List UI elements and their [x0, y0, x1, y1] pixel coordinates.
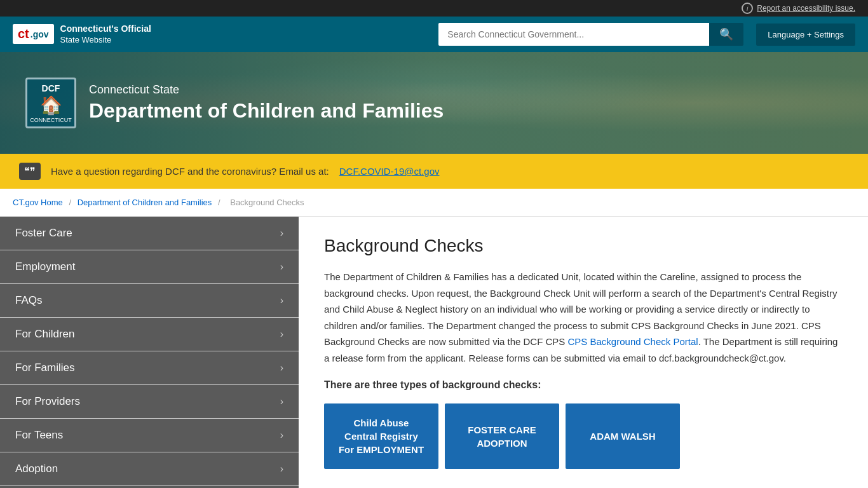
sidebar-label-for-teens: For Teens — [15, 429, 63, 442]
sidebar-label-for-children: For Children — [15, 328, 75, 341]
hero-state-name: Connecticut State — [89, 83, 444, 97]
chevron-right-icon-adoption: › — [280, 463, 283, 475]
dcf-state: CONNECTICUT — [30, 117, 72, 123]
sidebar-item-adoption[interactable]: Adoption › — [0, 452, 299, 486]
dot-gov-text: .gov — [31, 29, 49, 39]
sidebar: Foster Care › Employment › FAQs › For Ch… — [0, 217, 299, 488]
language-settings-button[interactable]: Language + Settings — [756, 24, 855, 46]
main-layout: Foster Care › Employment › FAQs › For Ch… — [0, 217, 868, 488]
three-types-heading: There are three types of background chec… — [324, 376, 843, 393]
hero-title-block: Connecticut State Department of Children… — [89, 83, 444, 123]
accessibility-icon: i — [742, 3, 753, 14]
intro-paragraph: The Department of Children & Families ha… — [324, 269, 843, 366]
card-child-abuse-registry[interactable]: Child Abuse Central Registry For EMPLOYM… — [324, 403, 438, 469]
breadcrumb-current: Background Checks — [230, 198, 304, 207]
card-adam-walsh[interactable]: ADAM WALSH — [566, 403, 680, 469]
sidebar-label-for-families: For Families — [15, 362, 75, 374]
sidebar-item-employment[interactable]: Employment › — [0, 250, 299, 284]
main-content: Background Checks The Department of Chil… — [299, 217, 868, 488]
sidebar-label-faqs: FAQs — [15, 294, 43, 307]
chevron-right-icon-for-children: › — [280, 329, 283, 340]
breadcrumb-dept[interactable]: Department of Children and Families — [78, 198, 212, 207]
breadcrumb-home[interactable]: CT.gov Home — [13, 198, 63, 207]
breadcrumb: CT.gov Home / Department of Children and… — [0, 189, 868, 217]
chevron-right-icon-for-families: › — [280, 362, 283, 374]
chevron-right-icon-foster-care: › — [280, 227, 283, 239]
alert-message: Have a question regarding DCF and the co… — [51, 166, 329, 177]
alert-email-link[interactable]: DCF.COVID-19@ct.gov — [339, 166, 440, 177]
chevron-right-icon-employment: › — [280, 261, 283, 273]
sidebar-item-for-providers[interactable]: For Providers › — [0, 385, 299, 419]
sidebar-item-for-families[interactable]: For Families › — [0, 351, 299, 385]
sidebar-item-faqs[interactable]: FAQs › — [0, 284, 299, 318]
logo-tagline: Connecticut's Official State Website — [60, 23, 151, 45]
house-icon: 🏠 — [40, 95, 62, 116]
chevron-right-icon-for-teens: › — [280, 430, 283, 441]
cps-portal-link[interactable]: CPS Background Check Portal — [568, 336, 698, 347]
top-bar: i Report an accessibility issue. — [0, 0, 868, 17]
sidebar-label-for-providers: For Providers — [15, 395, 80, 408]
sidebar-label-adoption: Adoption — [15, 463, 58, 475]
ct-logo-box: ct.gov — [13, 24, 54, 44]
background-check-cards: Child Abuse Central Registry For EMPLOYM… — [324, 403, 843, 469]
search-button[interactable]: 🔍 — [709, 23, 743, 46]
breadcrumb-separator-2: / — [218, 198, 220, 207]
dcf-logo: DCF 🏠 CONNECTICUT — [25, 78, 76, 128]
sidebar-item-for-children[interactable]: For Children › — [0, 318, 299, 351]
chevron-right-icon-for-providers: › — [280, 396, 283, 407]
sidebar-item-foster-care[interactable]: Foster Care › — [0, 217, 299, 250]
alert-banner: ❝❞ Have a question regarding DCF and the… — [0, 154, 868, 189]
sidebar-label-foster-care: Foster Care — [15, 227, 72, 240]
hero-content: DCF 🏠 CONNECTICUT Connecticut State Depa… — [25, 78, 444, 128]
sidebar-label-employment: Employment — [15, 261, 75, 273]
sidebar-item-for-teens[interactable]: For Teens › — [0, 419, 299, 452]
header-nav: ct.gov Connecticut's Official State Webs… — [0, 17, 868, 52]
ct-text: ct — [18, 27, 29, 41]
breadcrumb-separator-1: / — [69, 198, 71, 207]
hero-banner: DCF 🏠 CONNECTICUT Connecticut State Depa… — [0, 52, 868, 154]
hero-dept-name: Department of Children and Families — [89, 99, 444, 123]
chevron-right-icon-faqs: › — [280, 295, 283, 306]
page-title: Background Checks — [324, 236, 843, 256]
card-foster-care-adoption[interactable]: FOSTER CARE ADOPTION — [445, 403, 559, 469]
search-bar: 🔍 — [438, 23, 743, 46]
ct-gov-logo[interactable]: ct.gov Connecticut's Official State Webs… — [13, 23, 151, 45]
dcf-acronym: DCF — [42, 83, 60, 93]
quote-icon: ❝❞ — [19, 163, 41, 180]
search-input[interactable] — [438, 23, 709, 46]
accessibility-link[interactable]: Report an accessibility issue. — [757, 4, 855, 13]
